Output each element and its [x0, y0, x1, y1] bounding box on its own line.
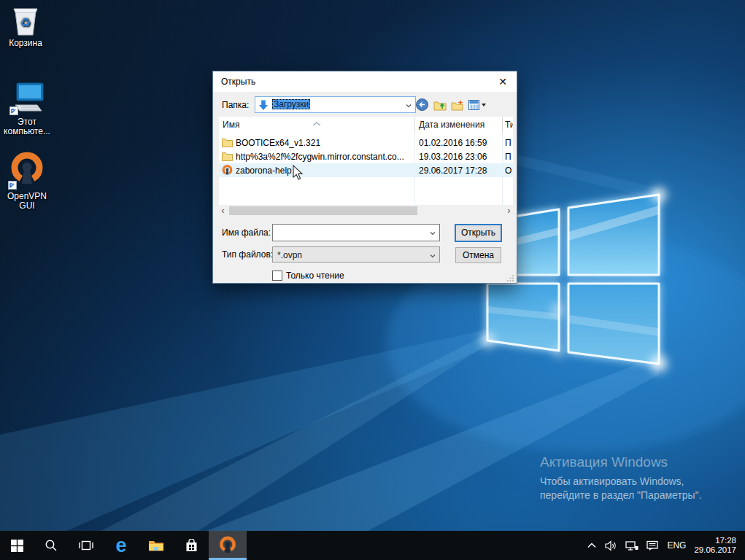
- search-icon: [45, 539, 58, 552]
- system-tray: ENG 17:28 29.06.2017: [587, 531, 745, 560]
- file-row[interactable]: BOOTICEx64_v1.321 01.02.2016 16:59 П: [219, 136, 513, 149]
- screen: ♻ Корзина Этот компьюте...: [0, 0, 745, 560]
- back-button[interactable]: [414, 98, 429, 112]
- file-list: Имя Дата изменения Ти BOOTICEx64_v1.321 …: [219, 117, 513, 205]
- recycle-bin-icon: ♻: [10, 4, 41, 36]
- store-icon: [185, 539, 198, 553]
- activation-title: Активация Windows: [540, 454, 702, 470]
- windows-activation-watermark: Активация Windows Чтобы активировать Win…: [540, 454, 702, 502]
- horizontal-scrollbar[interactable]: ‹ ›: [219, 206, 513, 216]
- desktop-icon-label: OpenVPN GUI: [1, 192, 53, 211]
- folder-label: Папка:: [222, 100, 249, 110]
- task-view-icon: [79, 540, 93, 551]
- up-one-level-button[interactable]: [433, 98, 447, 112]
- file-row[interactable]: http%3a%2f%2fcygwin.mirror.constant.co..…: [219, 149, 513, 163]
- file-name: zaborona-help: [236, 166, 292, 176]
- openvpn-file-icon: [222, 165, 233, 178]
- chevron-down-icon[interactable]: [406, 103, 412, 109]
- file-type-combobox[interactable]: *.ovpn: [272, 246, 440, 262]
- column-header-name[interactable]: Имя: [223, 120, 239, 130]
- action-center-icon[interactable]: [646, 540, 659, 551]
- file-date: 19.03.2016 23:06: [419, 152, 487, 162]
- tray-chevron-up-icon[interactable]: [587, 541, 597, 550]
- edge-button[interactable]: e: [104, 531, 139, 560]
- readonly-checkbox-label: Только чтение: [286, 271, 344, 281]
- file-type-value: *.ovpn: [277, 250, 302, 260]
- taskbar: e: [0, 531, 745, 560]
- file-name-label: Имя файла:: [222, 228, 271, 238]
- file-type-label: Тип файлов:: [222, 249, 273, 260]
- current-folder-value: Загрузки: [272, 99, 310, 109]
- scroll-left-arrow[interactable]: ‹: [219, 206, 227, 216]
- file-date: 29.06.2017 17:28: [419, 166, 487, 176]
- open-button[interactable]: Открыть: [455, 224, 502, 242]
- task-view-button[interactable]: [69, 531, 104, 560]
- file-name: BOOTICEx64_v1.321: [236, 138, 320, 148]
- desktop-icon-recycle-bin[interactable]: ♻ Корзина: [4, 4, 47, 48]
- file-list-header: Имя Дата изменения Ти: [219, 117, 513, 133]
- desktop-icon-openvpn-gui[interactable]: OpenVPN GUI: [1, 150, 53, 211]
- clock[interactable]: 17:28 29.06.2017: [694, 536, 736, 555]
- file-name-input[interactable]: [275, 226, 421, 239]
- open-file-dialog: Открыть ✕ Папка: Загрузки: [212, 71, 517, 284]
- clock-time: 17:28: [694, 536, 736, 545]
- column-header-type[interactable]: Ти: [505, 120, 513, 130]
- new-folder-button[interactable]: [450, 98, 465, 112]
- openvpn-icon: [8, 150, 46, 190]
- activation-line1: Чтобы активировать Windows,: [540, 475, 702, 489]
- volume-icon[interactable]: [605, 540, 617, 551]
- file-explorer-button[interactable]: [139, 531, 174, 560]
- store-button[interactable]: [174, 531, 209, 560]
- desktop-icon-label: Корзина: [4, 39, 47, 48]
- downloads-folder-icon: [258, 99, 269, 113]
- folder-combobox[interactable]: Загрузки: [255, 96, 416, 113]
- file-type: О: [505, 166, 512, 176]
- file-type: П: [505, 138, 512, 148]
- language-indicator[interactable]: ENG: [667, 540, 686, 551]
- close-button[interactable]: ✕: [495, 75, 510, 88]
- edge-icon: e: [115, 536, 126, 556]
- svg-text:♻: ♻: [20, 16, 31, 30]
- folder-icon: [222, 137, 233, 149]
- file-name-combobox[interactable]: [272, 224, 440, 241]
- search-button[interactable]: [34, 531, 69, 560]
- file-date: 01.02.2016 16:59: [419, 138, 487, 148]
- activation-line2: перейдите в раздел "Параметры".: [540, 489, 702, 502]
- desktop-icon-label-2: компьюте...: [4, 127, 50, 136]
- openvpn-taskbar-button[interactable]: [209, 531, 247, 560]
- network-icon[interactable]: [625, 540, 638, 551]
- column-header-date[interactable]: Дата изменения: [419, 120, 485, 130]
- dialog-title: Открыть: [221, 77, 255, 87]
- file-row-hovered[interactable]: zaborona-help 29.06.2017 17:28 О: [219, 163, 513, 177]
- view-menu-button[interactable]: [468, 98, 487, 112]
- resize-grip-icon[interactable]: [507, 273, 514, 281]
- this-pc-icon: [9, 82, 45, 115]
- chevron-down-icon[interactable]: [430, 253, 436, 259]
- file-name: http%3a%2f%2fcygwin.mirror.constant.co..…: [236, 152, 404, 162]
- folder-icon: [222, 151, 233, 163]
- start-button[interactable]: [0, 531, 34, 560]
- mouse-cursor: [293, 165, 304, 184]
- shortcut-arrow-icon: [9, 106, 18, 115]
- scrollbar-thumb[interactable]: [229, 206, 417, 215]
- file-explorer-icon: [148, 539, 164, 552]
- sort-ascending-icon: [312, 118, 321, 128]
- cancel-button[interactable]: Отмена: [455, 247, 501, 263]
- shortcut-arrow-icon: [8, 181, 17, 190]
- desktop-icon-this-pc[interactable]: Этот компьюте...: [4, 82, 50, 136]
- scroll-right-arrow[interactable]: ›: [505, 206, 513, 216]
- dialog-titlebar[interactable]: Открыть ✕: [213, 71, 517, 92]
- windows-logo-icon: [11, 540, 23, 552]
- file-type: П: [505, 152, 512, 162]
- clock-date: 29.06.2017: [694, 545, 736, 555]
- readonly-checkbox[interactable]: [272, 271, 282, 281]
- chevron-down-icon[interactable]: [430, 230, 436, 236]
- openvpn-icon: [217, 535, 238, 556]
